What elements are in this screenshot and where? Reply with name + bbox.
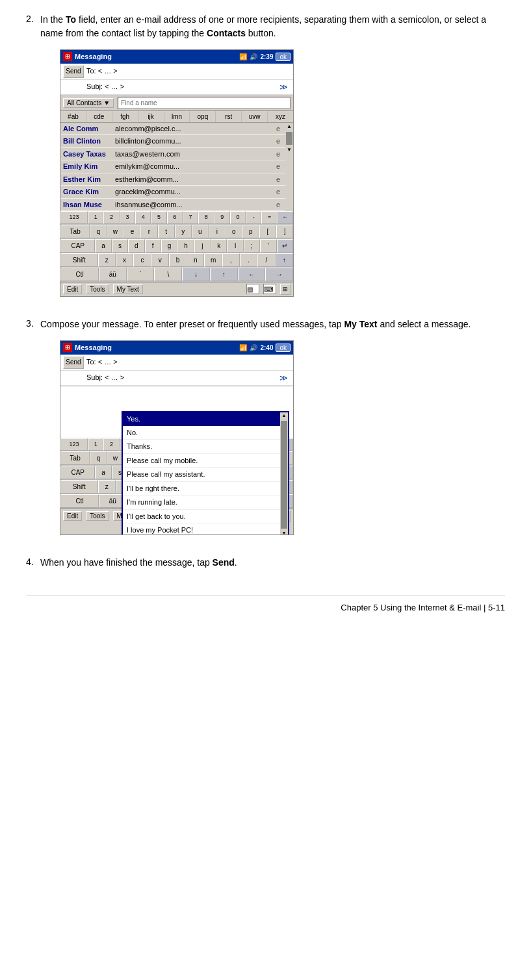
kb-key-auu[interactable]: áü — [99, 268, 127, 281]
alpha-cde[interactable]: cde — [86, 111, 112, 122]
contact-row[interactable]: Emily Kim emilykim@commu... e — [60, 160, 285, 173]
scroll-down-arrow[interactable]: ▼ — [287, 146, 292, 154]
kb-key-shift[interactable]: Shift — [60, 253, 98, 267]
mytext-item-call-assistant[interactable]: Please call my assistant. — [123, 468, 288, 482]
kb-key-r[interactable]: r — [140, 225, 157, 238]
alpha-rst[interactable]: rst — [216, 111, 242, 122]
kb-key-tab-2[interactable]: Tab — [60, 451, 90, 465]
mytext-item-love-pc[interactable]: I love my Pocket PC! — [123, 523, 288, 535]
kb-key-l[interactable]: l — [227, 239, 243, 253]
kb-key-o[interactable]: o — [226, 225, 242, 238]
kb-key-8[interactable]: 8 — [198, 211, 214, 224]
kb-key-n[interactable]: n — [187, 253, 204, 267]
contact-row[interactable]: Casey Taxas taxas@western.com e — [60, 148, 285, 161]
kb-key-slash[interactable]: / — [257, 253, 275, 267]
contacts-scrollbar[interactable]: ▲ ▼ — [285, 123, 293, 212]
kb-key-cap[interactable]: CAP — [60, 239, 95, 253]
kb-key-t[interactable]: t — [158, 225, 175, 238]
find-name-field[interactable]: Find a name — [118, 97, 291, 109]
keyboard-toggle-1[interactable]: ⊞ — [280, 284, 291, 295]
alpha-ab[interactable]: #ab — [60, 111, 86, 122]
kb-key-w[interactable]: w — [107, 225, 123, 238]
mytext-item-running-late[interactable]: I'm running late. — [123, 496, 288, 510]
ok-button-1[interactable]: ok — [276, 53, 291, 61]
kb-key-backslash[interactable]: \ — [154, 268, 182, 281]
mytext-button-1[interactable]: My Text — [113, 284, 143, 294]
mytext-item-right-there[interactable]: I'll be right there. — [123, 482, 288, 496]
kb-key-down[interactable]: ↓ — [182, 268, 210, 281]
kb-key-2-2[interactable]: 2 — [103, 438, 119, 451]
kb-key-cap-2[interactable]: CAP — [60, 466, 95, 479]
kb-key-b[interactable]: b — [169, 253, 187, 267]
kb-key-lbracket[interactable]: [ — [259, 225, 276, 238]
expand-icon-1[interactable]: ≫ — [279, 81, 291, 93]
kb-key-d[interactable]: d — [128, 239, 144, 253]
contact-row[interactable]: Grace Kim gracekim@commu... e — [60, 186, 285, 199]
alpha-ijk[interactable]: ijk — [138, 111, 164, 122]
to-field-1[interactable]: To: < … > — [84, 66, 291, 77]
mytext-item-call-mobile[interactable]: Please call my mobile. — [123, 454, 288, 468]
mytext-scrollbar[interactable]: ▲ ▼ — [280, 412, 288, 535]
contact-row[interactable]: Ale Comm alecomm@piscel.c... e — [60, 123, 285, 136]
kb-key-q[interactable]: q — [90, 225, 107, 238]
kb-key-tab[interactable]: Tab — [60, 225, 90, 238]
kb-key-shift-2[interactable]: Shift — [60, 480, 98, 494]
mytext-item-thanks[interactable]: Thanks. — [123, 440, 288, 454]
ok-button-2[interactable]: ok — [276, 344, 291, 352]
kb-key-z-2[interactable]: z — [98, 480, 116, 494]
kb-key-a-2[interactable]: a — [95, 466, 111, 479]
layout-icon-1[interactable]: ▤ — [246, 284, 259, 294]
kb-key-quote[interactable]: ' — [260, 239, 276, 253]
kb-key-5[interactable]: 5 — [151, 211, 166, 224]
kb-key-up[interactable]: ↑ — [276, 253, 293, 267]
mytext-item-no[interactable]: No. — [123, 426, 288, 440]
kb-key-3[interactable]: 3 — [120, 211, 135, 224]
kb-key-semicolon[interactable]: ; — [244, 239, 260, 253]
alpha-uvw[interactable]: uvw — [242, 111, 268, 122]
send-button-1[interactable]: Send — [63, 65, 84, 78]
kb-key-123-2[interactable]: 123 — [60, 438, 88, 451]
scroll-up-arrow[interactable]: ▲ — [287, 123, 292, 131]
tools-button-2[interactable]: Tools — [86, 511, 109, 521]
send-button-2[interactable]: Send — [63, 356, 84, 369]
kb-key-period[interactable]: . — [240, 253, 257, 267]
mytext-scroll-up[interactable]: ▲ — [282, 412, 287, 420]
kb-key-1[interactable]: 1 — [88, 211, 103, 224]
kb-key-enter[interactable]: ↵ — [277, 239, 293, 253]
kb-key-ctl[interactable]: Ctl — [60, 268, 99, 281]
edit-button-1[interactable]: Edit — [63, 284, 82, 294]
contact-row[interactable]: Ihsan Muse ihsanmuse@comm... e — [60, 199, 285, 212]
kb-key-comma[interactable]: , — [222, 253, 240, 267]
kb-key-m[interactable]: m — [204, 253, 222, 267]
kb-key-right[interactable]: → — [265, 268, 293, 281]
kb-key-ctl-2[interactable]: Ctl — [60, 494, 99, 508]
expand-icon-2[interactable]: ≫ — [279, 372, 291, 384]
mytext-item-get-back[interactable]: I'll get back to you. — [123, 510, 288, 524]
alpha-lmn[interactable]: lmn — [164, 111, 190, 122]
kb-key-y[interactable]: y — [175, 225, 192, 238]
kb-key-left[interactable]: ← — [238, 268, 266, 281]
scroll-thumb[interactable] — [286, 132, 292, 145]
kb-key-up2[interactable]: ↑ — [210, 268, 238, 281]
kb-key-dash[interactable]: - — [246, 211, 261, 224]
kb-key-a[interactable]: a — [95, 239, 111, 253]
kb-key-p[interactable]: p — [242, 225, 259, 238]
alpha-fgh[interactable]: fgh — [112, 111, 138, 122]
contact-row[interactable]: Bill Clinton billclinton@commu... e — [60, 135, 285, 148]
kb-key-backtick[interactable]: ` — [127, 268, 155, 281]
alpha-opq[interactable]: opq — [190, 111, 216, 122]
kb-key-7[interactable]: 7 — [183, 211, 198, 224]
kb-key-q-2[interactable]: q — [90, 451, 107, 465]
kb-key-6[interactable]: 6 — [167, 211, 183, 224]
kb-key-h[interactable]: h — [177, 239, 194, 253]
mytext-item-yes[interactable]: Yes. — [123, 412, 288, 426]
keyboard-icon-1[interactable]: ⌨ — [263, 284, 276, 294]
kb-key-equals[interactable]: = — [261, 211, 277, 224]
kb-key-rbracket[interactable]: ] — [276, 225, 293, 238]
subj-field-1[interactable]: Subj: < … > — [84, 81, 279, 92]
kb-key-v[interactable]: v — [151, 253, 169, 267]
kb-key-c[interactable]: c — [133, 253, 151, 267]
kb-key-9[interactable]: 9 — [214, 211, 230, 224]
kb-key-j[interactable]: j — [194, 239, 211, 253]
kb-key-1-2[interactable]: 1 — [88, 438, 103, 451]
